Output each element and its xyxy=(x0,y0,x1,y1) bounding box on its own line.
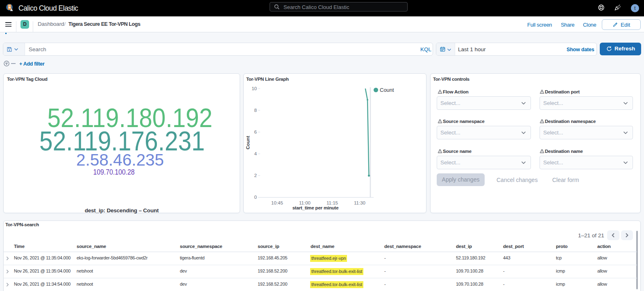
svg-text:10: 10 xyxy=(252,86,257,91)
svg-text:10:45: 10:45 xyxy=(271,200,283,205)
svg-text:11:00: 11:00 xyxy=(299,200,311,205)
svg-text:2: 2 xyxy=(254,173,257,178)
svg-text:4: 4 xyxy=(254,151,257,156)
svg-text:11:15: 11:15 xyxy=(327,200,338,205)
svg-text:start_time per minute: start_time per minute xyxy=(293,205,339,210)
svg-text:Count: Count xyxy=(245,136,250,149)
svg-text:11:30: 11:30 xyxy=(354,200,365,205)
svg-text:8: 8 xyxy=(254,108,257,113)
svg-text:0: 0 xyxy=(254,195,257,200)
svg-text:Count: Count xyxy=(380,87,394,93)
svg-text:6: 6 xyxy=(254,130,257,134)
